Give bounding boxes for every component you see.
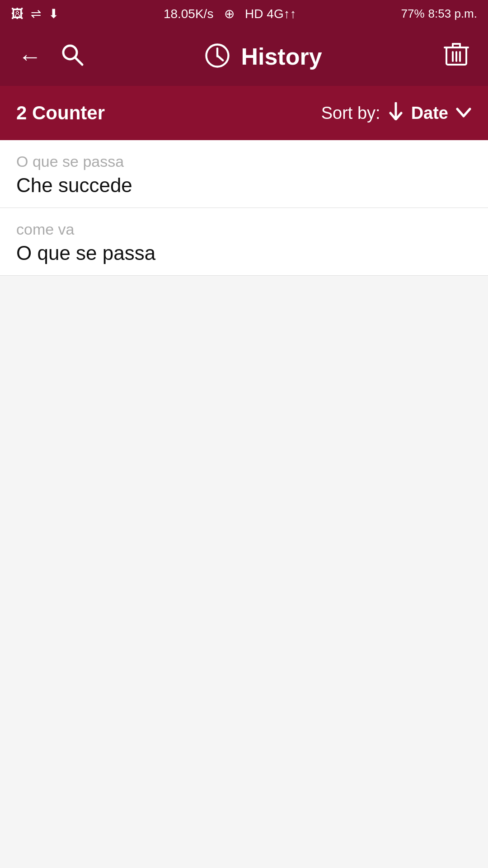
sort-area[interactable]: Sort by: Date — [321, 102, 472, 124]
battery-level: 77% — [401, 7, 425, 21]
counter-label: 2 Counter — [16, 102, 105, 124]
source-text-2: come va — [16, 221, 472, 238]
subheader: 2 Counter Sort by: Date — [0, 86, 488, 140]
clock-time: 8:53 p.m. — [428, 7, 477, 21]
list-item[interactable]: come va O que se passa — [0, 208, 488, 276]
clock-icon — [205, 43, 230, 70]
network-speed: 18.05K/s — [164, 7, 214, 21]
sort-value-label: Date — [411, 104, 448, 123]
history-list: O que se passa Che succede come va O que… — [0, 140, 488, 276]
list-item[interactable]: O que se passa Che succede — [0, 140, 488, 208]
toolbar-title-area: History — [205, 43, 322, 70]
download-icon: ⬇ — [48, 6, 59, 21]
usb-icon: ⇌ — [31, 6, 41, 21]
svg-line-4 — [217, 56, 223, 61]
svg-line-1 — [75, 57, 82, 65]
wifi-icon: ⊕ — [224, 7, 235, 21]
page-title: History — [241, 43, 322, 70]
toolbar-left: ← — [18, 42, 84, 71]
sort-dropdown-icon[interactable] — [455, 104, 472, 123]
source-text-1: O que se passa — [16, 153, 472, 170]
back-button[interactable]: ← — [18, 43, 42, 70]
network-type: HD 4G↑↑ — [245, 7, 296, 21]
status-bar-left-icons: 🖼 ⇌ ⬇ — [11, 6, 59, 21]
translation-text-1: Che succede — [16, 174, 472, 197]
search-button[interactable] — [60, 42, 84, 71]
sort-by-label: Sort by: — [321, 104, 380, 123]
status-bar-right-info: 77% 8:53 p.m. — [401, 7, 477, 21]
translation-text-2: O que se passa — [16, 242, 472, 264]
status-bar-network-info: 18.05K/s ⊕ HD 4G↑↑ — [164, 6, 296, 21]
delete-button[interactable] — [443, 40, 470, 73]
toolbar: ← History — [0, 27, 488, 86]
image-icon: 🖼 — [11, 6, 23, 21]
sort-direction-icon[interactable] — [388, 102, 404, 124]
status-bar: 🖼 ⇌ ⬇ 18.05K/s ⊕ HD 4G↑↑ 77% 8:53 p.m. — [0, 0, 488, 27]
